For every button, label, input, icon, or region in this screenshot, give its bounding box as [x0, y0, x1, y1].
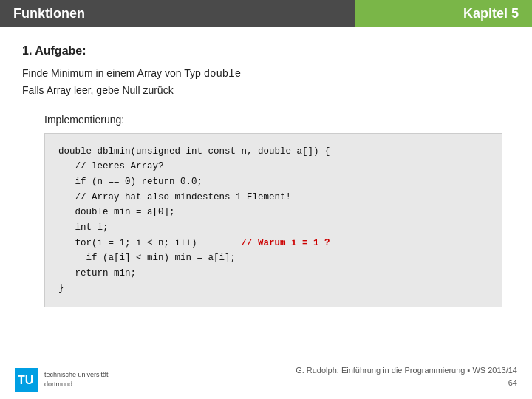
header: Funktionen Kapitel 5 — [0, 0, 532, 27]
highlight-comment: // Warum i = 1 ? — [242, 238, 330, 248]
tu-logo-icon: TU — [15, 368, 38, 392]
footer-page: 64 — [508, 378, 517, 387]
main-content: 1. Aufgabe: Finde Minimum in einem Array… — [0, 27, 532, 322]
desc-code: double — [204, 68, 241, 80]
code-line-7: for(i = 1; i < n; i++) // Warum i = 1 ? — [58, 236, 488, 251]
footer-author: G. Rudolph: Einführung in die Programmie… — [296, 366, 517, 375]
code-line-8: if (a[i] < min) min = a[i]; — [58, 250, 488, 266]
code-line-6: int i; — [58, 220, 488, 236]
code-line-3: if (n == 0) return 0.0; — [58, 174, 488, 190]
code-line-4: // Array hat also mindestens 1 Element! — [58, 190, 488, 205]
svg-text:TU: TU — [18, 374, 33, 386]
footer: G. Rudolph: Einführung in die Programmie… — [296, 364, 517, 389]
header-title-left: Funktionen — [0, 0, 355, 27]
funktionen-label: Funktionen — [13, 6, 85, 21]
code-line-1: double dblmin(unsigned int const n, doub… — [58, 144, 488, 160]
description: Finde Minimum in einem Array von Typ dou… — [22, 65, 510, 99]
aufgabe-title: 1. Aufgabe: — [22, 44, 510, 58]
code-line-10: } — [58, 281, 488, 296]
tu-logo-text: technische universität dortmund — [44, 370, 109, 389]
desc-line2: Falls Array leer, gebe Null zurück — [22, 84, 174, 96]
header-title-right: Kapitel 5 — [355, 0, 532, 27]
code-line-5: double min = a[0]; — [58, 205, 488, 220]
kapitel-label: Kapitel 5 — [463, 6, 519, 21]
desc-line1: Finde Minimum in einem Array von Typ — [22, 67, 204, 79]
code-block: double dblmin(unsigned int const n, doub… — [44, 133, 502, 307]
implementierung-label: Implementierung: — [22, 114, 510, 126]
code-line-9: return min; — [58, 266, 488, 282]
code-line-2: // leeres Array? — [58, 159, 488, 174]
tu-logo: TU technische universität dortmund — [15, 368, 109, 392]
